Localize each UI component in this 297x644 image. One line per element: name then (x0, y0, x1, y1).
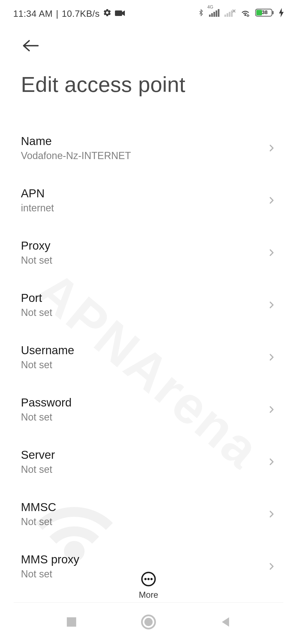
row-value: internet (21, 202, 54, 214)
row-label: Server (21, 448, 55, 462)
apn-row-password[interactable]: Password Not set (21, 383, 276, 436)
chevron-right-icon (267, 457, 276, 466)
settings-list[interactable]: APNArena Name Vodafone-Nz-INTERNET APN i… (0, 122, 297, 612)
svg-rect-9 (231, 10, 233, 17)
svg-point-17 (150, 578, 153, 580)
more-horizontal-icon (141, 571, 156, 587)
svg-rect-4 (216, 10, 217, 17)
row-label: MMS proxy (21, 553, 79, 566)
row-value: Not set (21, 307, 52, 318)
svg-rect-13 (256, 10, 262, 15)
recents-button[interactable] (62, 612, 81, 632)
chevron-right-icon (267, 405, 276, 414)
apn-row-apn[interactable]: APN internet (21, 174, 276, 227)
status-time: 11:34 AM (13, 9, 53, 19)
battery-icon: 38 (255, 8, 274, 20)
status-right: 4G 38 (197, 8, 284, 20)
row-label: MMSC (21, 501, 56, 514)
row-value: Not set (21, 359, 74, 371)
apn-row-port[interactable]: Port Not set (21, 279, 276, 331)
chevron-right-icon (267, 509, 276, 519)
status-speed: 10.7KB/s (62, 9, 100, 19)
chevron-right-icon (267, 300, 276, 310)
row-value: Not set (21, 411, 72, 423)
row-label: APN (21, 187, 54, 200)
page-title: Edit access point (21, 72, 276, 97)
more-button[interactable]: More (139, 571, 158, 600)
status-sep: | (56, 9, 58, 19)
chevron-right-icon (267, 248, 276, 257)
row-label: Port (21, 291, 52, 305)
row-value: Not set (21, 464, 55, 475)
svg-rect-1 (209, 15, 211, 17)
battery-pct: 38 (262, 9, 268, 15)
signal-net-label: 4G (207, 5, 213, 10)
system-nav-bar (0, 605, 297, 638)
svg-point-15 (144, 578, 147, 580)
svg-rect-7 (227, 13, 228, 17)
settings-icon (103, 8, 112, 19)
svg-point-16 (147, 578, 150, 580)
home-button[interactable] (139, 612, 158, 632)
svg-rect-2 (211, 13, 213, 17)
triangle-left-icon (220, 616, 231, 628)
svg-rect-0 (115, 10, 122, 16)
more-label: More (139, 590, 158, 600)
svg-rect-12 (272, 11, 274, 14)
row-label: Name (21, 135, 131, 148)
camera-icon (115, 9, 125, 19)
row-value: Not set (21, 255, 52, 266)
status-bar: 11:34 AM | 10.7KB/s 4G 38 (0, 0, 297, 20)
apn-row-server[interactable]: Server Not set (21, 436, 276, 488)
apn-row-name[interactable]: Name Vodafone-Nz-INTERNET (21, 122, 276, 174)
signal-sim2-icon (224, 9, 235, 19)
row-label: Password (21, 396, 72, 409)
svg-rect-3 (213, 12, 215, 17)
chevron-right-icon (267, 196, 276, 205)
row-value: Vodafone-Nz-INTERNET (21, 150, 131, 162)
back-button[interactable] (21, 36, 41, 56)
back-nav-button[interactable] (216, 612, 235, 632)
bottom-divider (14, 602, 283, 603)
svg-rect-5 (218, 9, 219, 17)
row-label: Username (21, 344, 74, 357)
charging-icon (279, 8, 284, 20)
svg-point-20 (144, 618, 153, 626)
apn-row-mmsc[interactable]: MMSC Not set (21, 488, 276, 540)
square-icon (66, 616, 77, 628)
bluetooth-icon (197, 8, 205, 20)
status-left: 11:34 AM | 10.7KB/s (13, 8, 125, 19)
svg-rect-6 (224, 15, 226, 17)
circle-icon (141, 614, 156, 630)
arrow-left-icon (22, 39, 40, 52)
svg-rect-8 (229, 12, 230, 17)
wifi-icon (240, 8, 251, 19)
signal-sim1-icon: 4G (209, 9, 220, 19)
chevron-right-icon (267, 353, 276, 362)
svg-rect-18 (67, 617, 76, 627)
row-label: Proxy (21, 239, 52, 252)
chevron-right-icon (267, 143, 276, 153)
apn-row-proxy[interactable]: Proxy Not set (21, 227, 276, 279)
row-value: Not set (21, 516, 56, 528)
chevron-right-icon (267, 562, 276, 571)
apn-row-username[interactable]: Username Not set (21, 331, 276, 383)
